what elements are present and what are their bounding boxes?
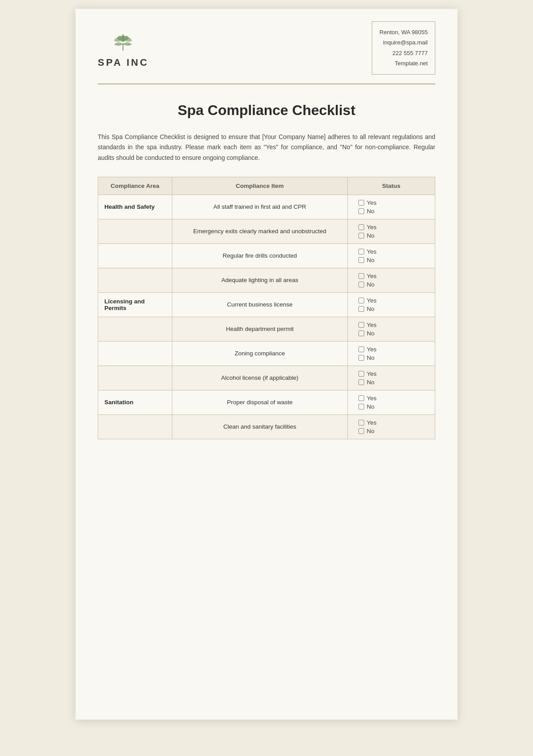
- no-checkbox[interactable]: [358, 404, 364, 410]
- no-checkbox[interactable]: [358, 282, 364, 287]
- no-label: No: [367, 354, 374, 361]
- yes-label: Yes: [367, 419, 377, 426]
- contact-info: Renton, WA 98055 inquire@spa.mail 222 55…: [372, 21, 435, 75]
- header-status: Status: [347, 177, 435, 195]
- yes-checkbox[interactable]: [358, 249, 364, 255]
- no-label: No: [367, 428, 374, 434]
- no-option[interactable]: No: [358, 232, 374, 239]
- area-cell: [98, 219, 172, 243]
- yes-checkbox[interactable]: [358, 273, 364, 279]
- status-options: Yes No: [354, 370, 429, 386]
- item-cell: Emergency exits clearly marked and unobs…: [172, 219, 347, 243]
- item-cell: Clean and sanitary facilities: [172, 414, 347, 439]
- area-cell: [98, 243, 172, 268]
- status-cell: Yes No: [347, 390, 435, 414]
- status-options: Yes No: [354, 419, 429, 434]
- compliance-table: Compliance Area Compliance Item Status H…: [98, 177, 435, 439]
- no-label: No: [367, 257, 374, 263]
- item-cell: Current business license: [172, 292, 347, 317]
- area-cell: Licensing and Permits: [98, 292, 172, 317]
- contact-website: Template.net: [379, 58, 428, 68]
- no-label: No: [367, 330, 374, 337]
- no-checkbox[interactable]: [358, 330, 364, 336]
- no-checkbox[interactable]: [358, 355, 364, 361]
- table-row: Health department permit Yes No: [98, 317, 435, 341]
- status-cell: Yes No: [347, 341, 435, 366]
- no-option[interactable]: No: [358, 330, 374, 337]
- area-label: Sanitation: [104, 399, 133, 406]
- no-label: No: [367, 403, 374, 410]
- no-checkbox[interactable]: [358, 233, 364, 239]
- no-checkbox[interactable]: [358, 257, 364, 263]
- yes-option[interactable]: Yes: [358, 419, 377, 426]
- no-checkbox[interactable]: [358, 428, 364, 434]
- yes-checkbox[interactable]: [358, 371, 364, 377]
- yes-option[interactable]: Yes: [358, 199, 377, 206]
- yes-checkbox[interactable]: [358, 224, 364, 230]
- area-cell: Sanitation: [98, 390, 172, 414]
- status-cell: Yes No: [347, 366, 435, 390]
- no-checkbox[interactable]: [358, 208, 364, 214]
- yes-option[interactable]: Yes: [358, 224, 377, 231]
- yes-checkbox[interactable]: [358, 322, 364, 328]
- no-option[interactable]: No: [358, 208, 374, 215]
- table-row: SanitationProper disposal of waste Yes N…: [98, 390, 435, 414]
- area-label: Licensing and Permits: [104, 298, 145, 311]
- no-option[interactable]: No: [358, 379, 374, 386]
- no-option[interactable]: No: [358, 306, 374, 312]
- item-cell: All staff trained in first aid and CPR: [172, 195, 347, 219]
- table-row: Adequate lighting in all areas Yes No: [98, 268, 435, 292]
- no-checkbox[interactable]: [358, 306, 364, 312]
- status-options: Yes No: [354, 395, 429, 410]
- yes-option[interactable]: Yes: [358, 297, 377, 304]
- item-cell: Regular fire drills conducted: [172, 243, 347, 268]
- yes-option[interactable]: Yes: [358, 346, 377, 353]
- item-cell: Zoning compliance: [172, 341, 347, 366]
- header-area: Compliance Area: [98, 177, 172, 195]
- yes-checkbox[interactable]: [358, 346, 364, 352]
- no-option[interactable]: No: [358, 403, 374, 410]
- no-option[interactable]: No: [358, 428, 374, 434]
- area-cell: Health and Safety: [98, 195, 172, 219]
- logo-section: SPA INC: [98, 28, 149, 68]
- yes-label: Yes: [367, 273, 377, 279]
- no-label: No: [367, 306, 374, 312]
- table-row: Health and SafetyAll staff trained in fi…: [98, 195, 435, 219]
- status-options: Yes No: [354, 224, 429, 239]
- yes-checkbox[interactable]: [358, 420, 364, 426]
- document-title: Spa Compliance Checklist: [98, 102, 435, 119]
- no-checkbox[interactable]: [358, 379, 364, 385]
- area-cell: [98, 341, 172, 366]
- yes-option[interactable]: Yes: [358, 273, 377, 279]
- no-label: No: [367, 232, 374, 239]
- no-label: No: [367, 379, 374, 386]
- yes-option[interactable]: Yes: [358, 322, 377, 328]
- status-cell: Yes No: [347, 292, 435, 317]
- table-row: Clean and sanitary facilities Yes No: [98, 414, 435, 439]
- main-content: Spa Compliance Checklist This Spa Compli…: [76, 84, 457, 462]
- no-option[interactable]: No: [358, 354, 374, 361]
- yes-option[interactable]: Yes: [358, 395, 377, 402]
- table-row: Regular fire drills conducted Yes No: [98, 243, 435, 268]
- yes-label: Yes: [367, 395, 377, 402]
- yes-option[interactable]: Yes: [358, 248, 377, 255]
- no-option[interactable]: No: [358, 257, 374, 263]
- table-header-row: Compliance Area Compliance Item Status: [98, 177, 435, 195]
- yes-label: Yes: [367, 199, 377, 206]
- intro-paragraph: This Spa Compliance Checklist is designe…: [98, 132, 435, 163]
- no-option[interactable]: No: [358, 281, 374, 288]
- status-cell: Yes No: [347, 317, 435, 341]
- contact-address: Renton, WA 98055: [379, 27, 428, 37]
- page-header: SPA INC Renton, WA 98055 inquire@spa.mai…: [76, 9, 457, 84]
- item-cell: Proper disposal of waste: [172, 390, 347, 414]
- table-row: Zoning compliance Yes No: [98, 341, 435, 366]
- yes-label: Yes: [367, 224, 377, 231]
- status-options: Yes No: [354, 248, 429, 263]
- contact-email: inquire@spa.mail: [379, 37, 428, 48]
- yes-checkbox[interactable]: [358, 298, 364, 303]
- status-options: Yes No: [354, 273, 429, 288]
- yes-checkbox[interactable]: [358, 395, 364, 401]
- header-item: Compliance Item: [172, 177, 347, 195]
- yes-checkbox[interactable]: [358, 200, 364, 206]
- yes-option[interactable]: Yes: [358, 370, 377, 377]
